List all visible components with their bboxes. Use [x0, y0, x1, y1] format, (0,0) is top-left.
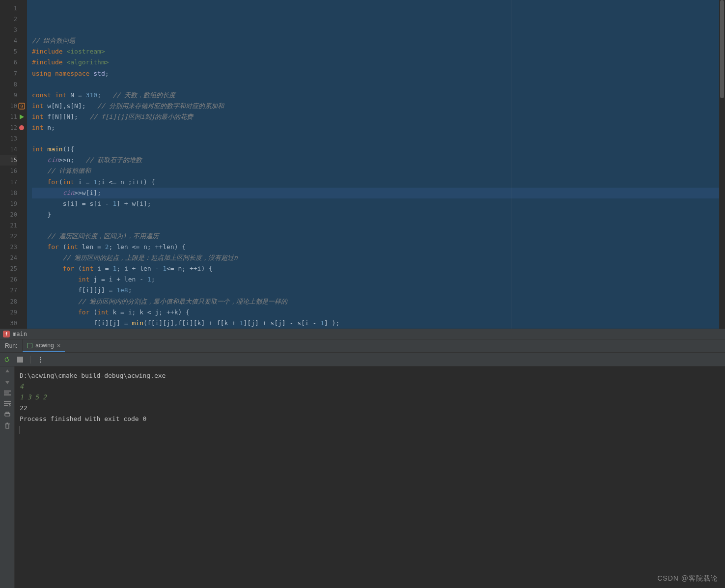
svg-rect-3 — [17, 357, 23, 363]
line-number[interactable]: 29 — [0, 307, 17, 318]
toolbar-separator — [30, 356, 30, 364]
code-line[interactable]: #include <iostream> — [32, 46, 719, 57]
code-line[interactable]: cin>>w[i]; — [32, 188, 719, 198]
line-number[interactable]: 10 — [0, 101, 17, 112]
code-line[interactable]: for(int i = 1;i <= n ;i++) { — [32, 177, 719, 188]
run-config-icon — [27, 343, 32, 348]
line-number[interactable]: 14 — [0, 144, 17, 155]
line-number[interactable]: 28 — [0, 296, 17, 307]
line-number[interactable]: 30 — [0, 318, 17, 329]
function-icon: f — [3, 331, 10, 337]
svg-text:9: 9 — [20, 104, 23, 109]
scroll-to-end-icon[interactable] — [4, 401, 11, 408]
rerun-button[interactable] — [3, 356, 10, 363]
code-line[interactable]: // 遍历区间内的分割点，最小值和最大值只要取一个，理论上都是一样的 — [32, 296, 719, 307]
trash-icon[interactable] — [4, 422, 10, 431]
line-number[interactable]: 26 — [0, 274, 17, 285]
run-toolbar: ⋮ — [0, 353, 725, 366]
code-line[interactable]: #include <algorithm> — [32, 57, 719, 68]
console-caret — [20, 426, 20, 434]
code-line[interactable] — [32, 220, 719, 231]
line-number[interactable]: 24 — [0, 252, 17, 263]
breadcrumb[interactable]: f main — [0, 329, 725, 339]
run-tab-acwing[interactable]: acwing × — [23, 339, 65, 352]
code-line[interactable]: const int N = 310; // 天数，数组的长度 — [32, 90, 719, 101]
soft-wrap-icon[interactable] — [4, 390, 11, 397]
right-margin-guide — [511, 0, 511, 329]
line-number[interactable]: 11 — [0, 112, 17, 122]
watermark: CSDN @客院载论 — [657, 574, 718, 583]
line-number[interactable]: 5 — [0, 46, 17, 57]
line-number[interactable]: 9 — [0, 90, 17, 101]
close-icon[interactable]: × — [57, 342, 61, 349]
line-number[interactable]: 2 — [0, 14, 17, 25]
line-number[interactable]: 27 — [0, 285, 17, 296]
line-number[interactable]: 21 — [0, 220, 17, 231]
line-number[interactable]: 23 — [0, 242, 17, 252]
code-line[interactable]: int main(){ — [32, 144, 719, 155]
code-line[interactable]: int n; — [32, 122, 719, 133]
line-number[interactable]: 18 — [0, 188, 17, 198]
code-line[interactable]: f[i][j] = 1e8; — [32, 285, 719, 296]
console-gutter — [0, 366, 15, 588]
line-number[interactable]: 3 — [0, 25, 17, 35]
line-number[interactable]: 15 — [0, 155, 17, 166]
console-panel: D:\acwing\cmake-build-debug\acwing.exe41… — [0, 366, 725, 588]
run-title: Run: — [0, 339, 23, 352]
run-tab-label: acwing — [35, 342, 54, 349]
code-line[interactable]: for (int k = i; k < j; ++k) { — [32, 307, 719, 318]
line-number[interactable]: 1 — [0, 3, 17, 14]
print-icon[interactable] — [4, 412, 11, 419]
console-output-line: 22 — [20, 403, 720, 414]
line-number[interactable]: 8 — [0, 79, 17, 90]
code-line[interactable]: s[i] = s[i - 1] + w[i]; — [32, 198, 719, 209]
more-actions-button[interactable]: ⋮ — [37, 356, 45, 363]
line-number[interactable]: 4 — [0, 35, 17, 46]
svg-point-2 — [19, 125, 24, 130]
breadcrumb-label: main — [13, 331, 27, 337]
code-line[interactable]: cin>>n; // 获取石子的堆数 — [32, 155, 719, 166]
breakpoint-icon[interactable] — [18, 122, 26, 133]
console-output-line: D:\acwing\cmake-build-debug\acwing.exe — [20, 370, 720, 381]
bookmark-icon[interactable]: 9 — [18, 101, 26, 112]
line-number[interactable]: 17 — [0, 177, 17, 188]
console-output-line: Process finished with exit code 0 — [20, 414, 720, 424]
code-line[interactable]: } — [32, 209, 719, 220]
line-number[interactable]: 20 — [0, 209, 17, 220]
console-input-line: 4 — [20, 381, 720, 392]
code-line[interactable]: int f[N][N]; // f[i][j]区间i到j的最小的花费 — [32, 112, 719, 122]
scroll-thumb[interactable] — [720, 0, 724, 98]
run-tool-tabs: Run: acwing × — [0, 339, 725, 353]
code-line[interactable]: for (int len = 2; len <= n; ++len) { — [32, 242, 719, 252]
editor-scrollbar[interactable] — [719, 0, 725, 329]
console-input-line: 1 3 5 2 — [20, 392, 720, 403]
code-line[interactable]: int w[N],s[N]; // 分别用来存储对应的数字和对应的累加和 — [32, 101, 719, 112]
code-editor[interactable]: 9 12345678910111213141516171819202122232… — [0, 0, 725, 329]
line-number[interactable]: 7 — [0, 68, 17, 79]
code-line[interactable] — [32, 79, 719, 90]
run-gutter-icon[interactable] — [18, 112, 26, 122]
line-number[interactable]: 6 — [0, 57, 17, 68]
gutter-icons-column: 9 — [18, 3, 26, 329]
line-number[interactable]: 16 — [0, 166, 17, 176]
code-line[interactable]: // 遍历区间的起点，上限是：起点加上区间长度，没有超过n — [32, 252, 719, 263]
code-line[interactable]: f[i][j] = min(f[i][j],f[i][k] + f[k + 1]… — [32, 318, 719, 329]
line-number[interactable]: 12 — [0, 122, 17, 133]
stop-button[interactable] — [17, 357, 23, 363]
code-line[interactable]: // 计算前缀和 — [32, 166, 719, 176]
console-output[interactable]: D:\acwing\cmake-build-debug\acwing.exe41… — [15, 366, 725, 588]
code-line[interactable]: // 遍历区间长度，区间为1，不用遍历 — [32, 231, 719, 242]
line-number[interactable]: 19 — [0, 198, 17, 209]
line-number-gutter[interactable]: 9 12345678910111213141516171819202122232… — [0, 0, 27, 329]
code-line[interactable]: using namespace std; — [32, 68, 719, 79]
line-number[interactable]: 25 — [0, 263, 17, 274]
code-area[interactable]: // 组合数问题#include <iostream>#include <alg… — [27, 0, 719, 329]
code-line[interactable]: int j = i + len - 1; — [32, 274, 719, 285]
line-number[interactable]: 13 — [0, 133, 17, 144]
code-line[interactable]: for (int i = 1; i + len - 1<= n; ++i) { — [32, 263, 719, 274]
up-arrow-icon[interactable] — [4, 368, 10, 376]
line-number[interactable]: 22 — [0, 231, 17, 242]
code-line[interactable]: // 组合数问题 — [32, 35, 719, 46]
code-line[interactable] — [32, 133, 719, 144]
down-arrow-icon[interactable] — [4, 379, 10, 387]
